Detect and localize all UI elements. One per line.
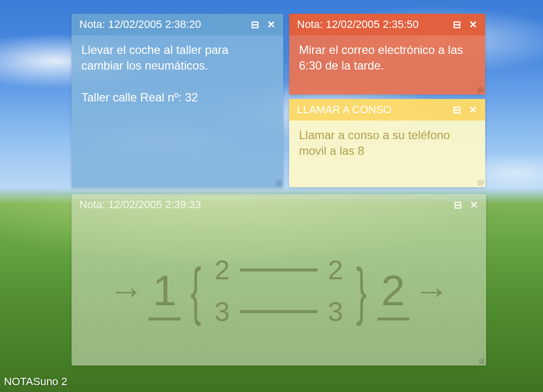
digit-two: 2	[377, 266, 409, 316]
arrow-right-icon: →	[414, 270, 449, 311]
resize-grip-icon[interactable]	[479, 358, 485, 364]
arrow-right-icon: →	[108, 270, 144, 311]
digit: 3	[328, 295, 343, 327]
note-header[interactable]: Nota: 12/02/2005 2:39:33 ⊟ ✕	[72, 194, 486, 216]
minimize-icon[interactable]: ⊟	[453, 19, 461, 30]
dash-line	[240, 269, 318, 271]
brace-open-icon: {	[191, 254, 201, 327]
close-icon[interactable]: ✕	[470, 199, 478, 211]
note-text-line: Llevar el coche al taller para cambiar l…	[81, 42, 273, 74]
close-icon[interactable]: ✕	[469, 19, 477, 30]
brace-close-icon: }	[356, 254, 367, 327]
note-title: LLAMAR A CONSO	[297, 103, 392, 116]
inner-group: 2 2 3 3	[215, 254, 343, 327]
note-title: Nota: 12/02/2005 2:39:33	[79, 198, 201, 211]
note-header[interactable]: Nota: 12/02/2005 2:38:20 ⊟ ✕	[72, 14, 283, 35]
resize-grip-icon[interactable]	[478, 180, 484, 186]
note-title: Nota: 12/02/2005 2:38:20	[79, 18, 201, 31]
minimize-icon[interactable]: ⊟	[453, 104, 461, 116]
digit: 3	[215, 295, 230, 327]
digit-one: 1	[148, 266, 180, 316]
note-body[interactable]: Llamar a conso a su teléfono movil a las…	[289, 121, 485, 187]
note-text-line: Taller calle Real nº: 32	[81, 90, 273, 105]
note-header[interactable]: LLAMAR A CONSO ⊟ ✕	[289, 99, 485, 121]
minimize-icon[interactable]: ⊟	[251, 19, 259, 30]
sticky-note-blue[interactable]: Nota: 12/02/2005 2:38:20 ⊟ ✕ Llevar el c…	[72, 14, 283, 188]
resize-grip-icon[interactable]	[478, 87, 484, 93]
digit: 2	[328, 254, 343, 286]
app-name-label: NOTASuno 2	[4, 375, 67, 388]
minimize-icon[interactable]: ⊟	[454, 199, 462, 211]
close-icon[interactable]: ✕	[469, 104, 477, 116]
sticky-note-yellow[interactable]: LLAMAR A CONSO ⊟ ✕ Llamar a conso a su t…	[289, 99, 485, 187]
digit: 2	[215, 254, 230, 286]
sticky-note-red[interactable]: Nota: 12/02/2005 2:35:50 ⊟ ✕ Mirar el co…	[289, 14, 485, 95]
dash-line	[240, 310, 318, 313]
resize-grip-icon[interactable]	[276, 180, 282, 186]
note-body[interactable]: Llevar el coche al taller para cambiar l…	[72, 35, 283, 188]
close-icon[interactable]: ✕	[267, 19, 275, 30]
note-title: Nota: 12/02/2005 2:35:50	[297, 18, 419, 31]
sticky-note-green[interactable]: Nota: 12/02/2005 2:39:33 ⊟ ✕ → 1 { 2 2 3…	[72, 194, 486, 366]
note-header[interactable]: Nota: 12/02/2005 2:35:50 ⊟ ✕	[289, 14, 485, 35]
note-body[interactable]: → 1 { 2 2 3 3 } 2 →	[72, 216, 486, 366]
note-body[interactable]: Mirar el correo electrónico a las 6:30 d…	[289, 35, 485, 95]
